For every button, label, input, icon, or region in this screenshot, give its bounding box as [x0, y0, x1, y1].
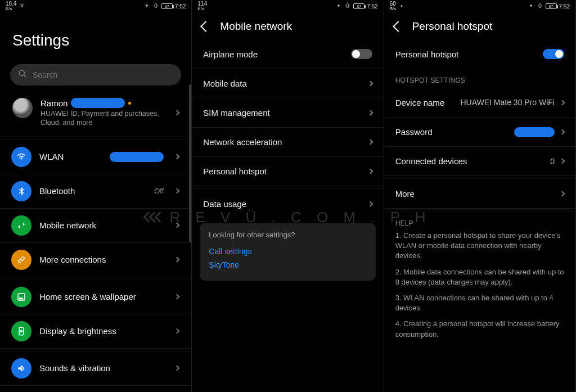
settings-row-display-brightness[interactable]: Display & brightness: [0, 314, 191, 348]
row-label: More: [395, 189, 555, 199]
chevron-right-icon: [367, 110, 373, 116]
profile-row[interactable]: Ramon HUAWEI ID, Payment and purchases, …: [0, 96, 191, 137]
svg-point-2: [19, 70, 24, 75]
toggle-switch[interactable]: [351, 49, 372, 59]
settings-list: Airplane modeMobile dataSIM managementNe…: [192, 39, 383, 186]
row-label: Home screen & wallpaper: [39, 292, 164, 301]
chevron-right-icon: [367, 169, 373, 174]
chevron-right-icon: [174, 223, 180, 228]
settings-row-mobile-network[interactable]: Mobile network: [0, 208, 191, 242]
link-icon: [11, 250, 32, 270]
row-label: Mobile network: [39, 220, 164, 230]
toggle-switch[interactable]: [543, 49, 564, 59]
battery-icon: 87: [161, 3, 173, 9]
row-label: Network acceleration: [203, 137, 362, 147]
settings-list: Data usage: [192, 189, 383, 218]
wifi-icon: [11, 147, 32, 167]
chevron-right-icon: [174, 328, 180, 334]
help-item: 3. WLAN connections can be shared with u…: [395, 293, 564, 313]
chevron-right-icon: [367, 201, 373, 206]
clock: 7:52: [175, 3, 186, 10]
chevron-right-icon: [174, 188, 180, 194]
vibrate-icon: [537, 3, 543, 10]
row-label: Password: [395, 127, 508, 137]
more-row[interactable]: More: [384, 179, 575, 208]
chevron-right-icon: [174, 366, 180, 371]
chevron-right-icon: [560, 159, 565, 164]
settings-list: WLANBluetoothOffMobile networkMore conne…: [0, 140, 191, 393]
chevron-right-icon: [174, 154, 180, 160]
bluetooth-icon: [11, 181, 32, 201]
row-network-acceleration[interactable]: Network acceleration: [192, 127, 383, 156]
search-field[interactable]: [33, 70, 173, 79]
row-label: Connected devices: [395, 156, 545, 166]
page-title: Personal hotspot: [412, 20, 493, 33]
wallpaper-icon: [11, 287, 32, 307]
battery-icon: 87: [546, 3, 557, 9]
row-value: Off: [154, 187, 164, 195]
eye-care-icon: [335, 3, 342, 10]
row-label: Bluetooth: [39, 186, 146, 196]
svg-rect-7: [347, 4, 349, 8]
scrollbar[interactable]: [189, 84, 191, 242]
row-label: SIM management: [203, 108, 362, 118]
help-item: 4. Creating a personal hotspot will incr…: [395, 319, 564, 339]
settings-row-wlan[interactable]: WLAN: [0, 140, 191, 174]
svg-rect-9: [539, 4, 541, 8]
chevron-right-icon: [174, 257, 180, 263]
clock: 7:52: [367, 3, 377, 10]
wifi-icon: [398, 3, 405, 10]
profile-surname-redacted: [71, 98, 125, 108]
help-item: 2. Mobile data connections can be shared…: [395, 267, 564, 287]
svg-point-0: [146, 4, 147, 6]
link-call-settings[interactable]: Call settings: [209, 245, 366, 258]
value-redacted: [514, 127, 555, 137]
chevron-right-icon: [174, 294, 180, 300]
back-button[interactable]: [393, 21, 404, 32]
status-bar: 18.4K/s 87 7:52: [0, 0, 191, 12]
network-icon: [11, 215, 32, 236]
value-redacted: [110, 152, 164, 162]
help-text: 1. Create a personal hotspot to share yo…: [384, 231, 575, 352]
settings-row-more-connections[interactable]: More connections: [0, 242, 191, 277]
vibrate-icon: [344, 3, 351, 10]
hotspot-master-toggle-row[interactable]: Personal hotspot: [384, 39, 575, 69]
row-sim-management[interactable]: SIM management: [192, 98, 383, 127]
chevron-right-icon: [367, 139, 373, 145]
row-connected-devices[interactable]: Connected devices0: [384, 146, 575, 175]
row-airplane-mode[interactable]: Airplane mode: [192, 39, 383, 69]
row-label: Mobile data: [203, 79, 362, 88]
settings-row-home-screen-wallpaper[interactable]: Home screen & wallpaper: [0, 280, 191, 314]
row-data-usage[interactable]: Data usage: [192, 189, 383, 218]
row-label: More connections: [39, 255, 164, 264]
row-label: Airplane mode: [203, 49, 345, 59]
back-button[interactable]: [200, 21, 212, 32]
row-password[interactable]: Password: [384, 117, 575, 146]
chevron-right-icon: [367, 81, 373, 87]
page-title: Mobile network: [220, 20, 292, 33]
mobile-network-screen: 114K/s 87 7:52 Mobile network Airplane m…: [192, 0, 384, 392]
chevron-right-icon: [560, 129, 565, 135]
row-label: WLAN: [39, 152, 102, 161]
row-personal-hotspot[interactable]: Personal hotspot: [192, 156, 383, 186]
settings-row-notifications[interactable]: Notifications: [0, 385, 191, 393]
search-input[interactable]: [10, 64, 181, 85]
row-label: Personal hotspot: [203, 166, 362, 176]
row-value: 0: [550, 157, 555, 166]
row-label: Data usage: [203, 199, 362, 209]
settings-row-bluetooth[interactable]: BluetoothOff: [0, 174, 191, 208]
avatar: [12, 98, 33, 118]
link-skytone[interactable]: SkyTone: [209, 258, 366, 272]
settings-list: Device nameHUAWEI Mate 30 Pro WiFiPasswo…: [384, 88, 575, 175]
status-bar: 60B/s 87 7:52: [384, 0, 575, 12]
row-mobile-data[interactable]: Mobile data: [192, 69, 383, 98]
row-label: Device name: [395, 98, 455, 107]
personal-hotspot-screen: 60B/s 87 7:52 Personal hotspot Personal …: [384, 0, 576, 392]
search-icon: [18, 69, 27, 80]
row-device-name[interactable]: Device nameHUAWEI Mate 30 Pro WiFi: [384, 88, 575, 117]
settings-row-sounds-vibration[interactable]: Sounds & vibration: [0, 352, 191, 385]
display-icon: [11, 321, 32, 341]
eye-care-icon: [528, 3, 534, 10]
row-label: Personal hotspot: [395, 49, 537, 59]
page-title: Settings: [0, 12, 191, 60]
